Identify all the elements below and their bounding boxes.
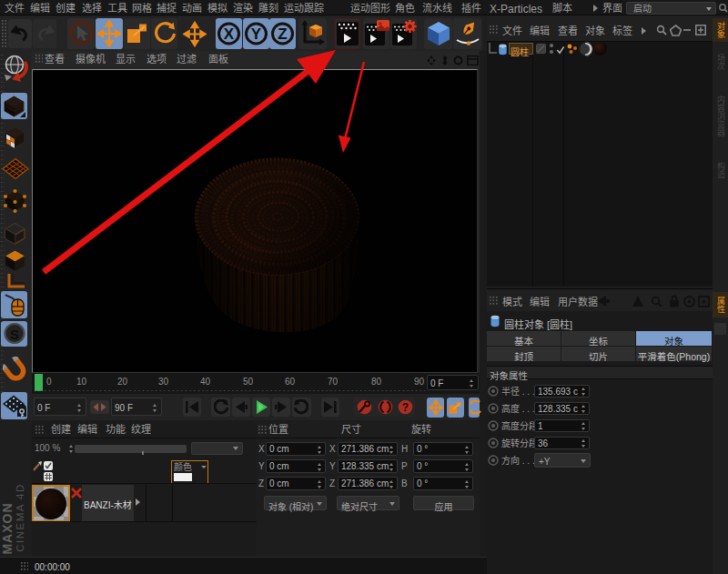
svg-text:Y: Y [251,25,262,43]
svg-text:X: X [224,25,235,43]
svg-text:S: S [10,327,19,342]
svg-text:Z: Z [278,25,287,43]
svg-text:?: ? [402,401,409,414]
